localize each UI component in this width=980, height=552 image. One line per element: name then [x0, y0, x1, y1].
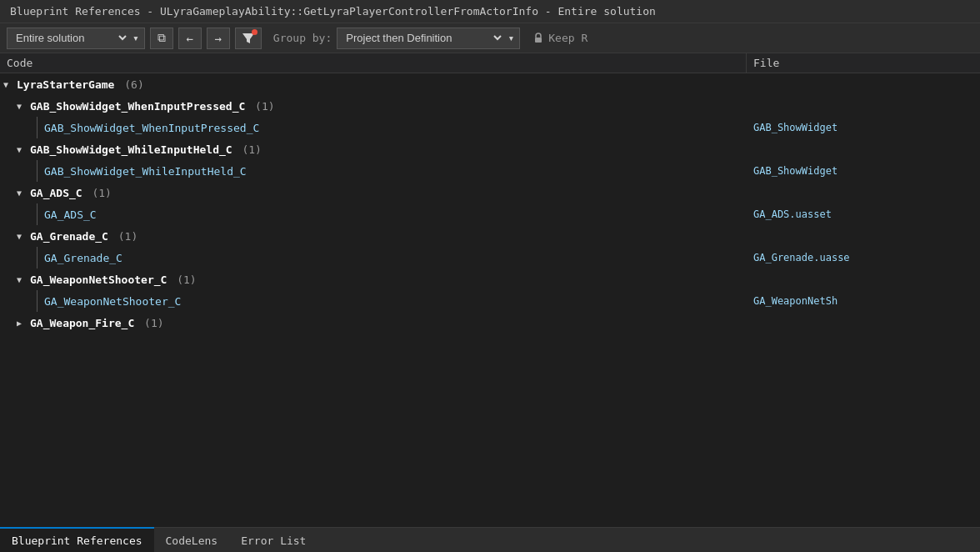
- expand-arrow-icon: [17, 319, 30, 328]
- table-row[interactable]: GA_Grenade_C (1): [0, 225, 980, 247]
- row-file: GA_WeaponNetSh: [747, 295, 980, 307]
- expand-arrow-icon: [17, 232, 30, 241]
- toolbar: Entire solutionCurrent DocumentCurrent P…: [0, 23, 980, 53]
- table-row[interactable]: GAB_ShowWidget_WhenInputPressed_C (1): [0, 95, 980, 117]
- table-row[interactable]: GA_ADS_C GA_ADS.uasset: [0, 203, 980, 225]
- filter-icon-wrapper: [242, 32, 255, 45]
- group-label: GA_WeaponNetShooter_C (1): [30, 273, 197, 286]
- expand-arrow-icon: [17, 145, 30, 154]
- table-row[interactable]: GA_ADS_C (1): [0, 182, 980, 203]
- expand-button[interactable]: ⧉: [150, 28, 173, 49]
- column-code: Code: [0, 53, 747, 73]
- group-by-dropdown[interactable]: Project then DefinitionDefinitionProject…: [337, 28, 520, 49]
- filter-indicator: [252, 29, 258, 35]
- title-text: Blueprint References - ULyraGameplayAbil…: [10, 5, 656, 18]
- table-row[interactable]: GA_Weapon_Fire_C (1): [0, 312, 980, 334]
- nav-forward-button[interactable]: →: [207, 28, 230, 49]
- bottom-tabs: Blueprint References CodeLens Error List: [0, 527, 980, 552]
- svg-rect-1: [535, 38, 542, 43]
- filter-button[interactable]: [235, 28, 262, 49]
- table-row[interactable]: GAB_ShowWidget_WhileInputHeld_C (1): [0, 138, 980, 160]
- group-label: GA_Weapon_Fire_C (1): [30, 317, 164, 329]
- leaf-label: GAB_ShowWidget_WhileInputHeld_C: [44, 165, 247, 178]
- tree-line: [37, 160, 38, 182]
- row-file: GA_ADS.uasset: [747, 208, 980, 220]
- lock-icon: [532, 32, 545, 45]
- expand-arrow-icon: [17, 188, 30, 198]
- scope-select[interactable]: Entire solutionCurrent DocumentCurrent P…: [12, 31, 129, 45]
- group-label: GAB_ShowWidget_WhenInputPressed_C (1): [30, 100, 275, 113]
- nav-back-icon: ←: [187, 32, 193, 45]
- group-count: (1): [144, 317, 163, 329]
- table-row[interactable]: GAB_ShowWidget_WhenInputPressed_C GAB_Sh…: [0, 117, 980, 138]
- table-row[interactable]: LyraStarterGame (6): [0, 73, 980, 95]
- leaf-label: GA_Grenade_C: [44, 252, 122, 264]
- expand-arrow-icon: [17, 102, 30, 111]
- scope-dropdown[interactable]: Entire solutionCurrent DocumentCurrent P…: [7, 28, 145, 49]
- tree-line: [37, 203, 38, 225]
- group-label: GA_ADS_C (1): [30, 187, 112, 199]
- leaf-label: GA_WeaponNetShooter_C: [44, 295, 181, 308]
- group-count: (1): [177, 273, 196, 286]
- column-header: Code File: [0, 53, 980, 73]
- row-file: GAB_ShowWidget: [747, 165, 980, 177]
- group-count: (1): [92, 187, 111, 199]
- table-row[interactable]: GA_Grenade_C GA_Grenade.uasse: [0, 247, 980, 268]
- leaf-label: GA_ADS_C: [44, 208, 97, 221]
- tree-line: [37, 117, 38, 138]
- expand-arrow-icon: [3, 80, 17, 89]
- nav-back-button[interactable]: ←: [178, 28, 202, 49]
- tab-codelens[interactable]: CodeLens: [154, 527, 230, 552]
- expand-icon: ⧉: [158, 31, 166, 45]
- groupby-chevron-icon: ▾: [508, 32, 514, 44]
- group-label: LyraStarterGame (6): [17, 78, 144, 91]
- keep-results-label: Keep R: [548, 32, 588, 44]
- tree-content[interactable]: LyraStarterGame (6) GAB_ShowWidget_WhenI…: [0, 73, 980, 527]
- tab-label: Error List: [241, 534, 306, 547]
- table-row[interactable]: GAB_ShowWidget_WhileInputHeld_C GAB_Show…: [0, 160, 980, 182]
- nav-forward-icon: →: [215, 32, 222, 45]
- group-count: (1): [118, 230, 138, 243]
- tree-line: [37, 247, 38, 268]
- tab-blueprint-references[interactable]: Blueprint References: [0, 527, 154, 552]
- keep-results: Keep R: [532, 32, 588, 45]
- table-row[interactable]: GA_WeaponNetShooter_C (1): [0, 268, 980, 290]
- title-bar: Blueprint References - ULyraGameplayAbil…: [0, 0, 980, 23]
- group-by-label: Group by:: [273, 32, 332, 44]
- group-label: GAB_ShowWidget_WhileInputHeld_C (1): [30, 143, 262, 156]
- group-by-select[interactable]: Project then DefinitionDefinitionProject: [342, 31, 504, 45]
- scope-chevron-icon: ▾: [132, 32, 139, 44]
- leaf-label: GAB_ShowWidget_WhenInputPressed_C: [44, 122, 259, 134]
- row-file: GAB_ShowWidget: [747, 122, 980, 133]
- column-file: File: [747, 53, 980, 73]
- tree-line: [37, 290, 38, 312]
- row-file: GA_Grenade.uasse: [747, 252, 980, 263]
- expand-arrow-icon: [17, 275, 30, 284]
- group-count: (1): [255, 100, 274, 113]
- tab-label: CodeLens: [166, 534, 218, 547]
- table-row[interactable]: GA_WeaponNetShooter_C GA_WeaponNetSh: [0, 290, 980, 312]
- group-label: GA_Grenade_C (1): [30, 230, 138, 243]
- tab-label: Blueprint References: [12, 534, 142, 547]
- group-count: (6): [124, 78, 143, 91]
- tab-error-list[interactable]: Error List: [229, 527, 318, 552]
- group-count: (1): [242, 143, 261, 156]
